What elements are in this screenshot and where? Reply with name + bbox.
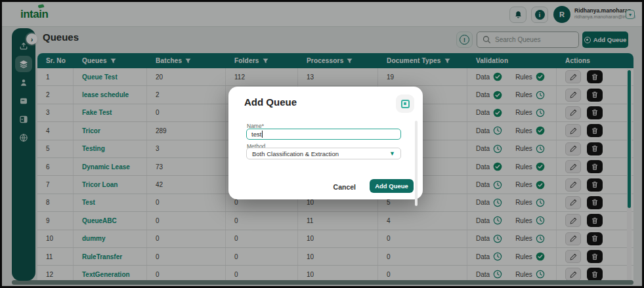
- queue-name-input[interactable]: test: [246, 129, 401, 140]
- text-cursor: [262, 131, 263, 138]
- app-window: intain i R Ridhanya.manoharan ridhanya.m…: [0, 0, 644, 288]
- method-select[interactable]: Both Classification & Extraction ▼: [246, 148, 401, 159]
- modal-title: Add Queue: [244, 96, 297, 108]
- modal-close-button[interactable]: [396, 94, 414, 113]
- queue-name-value: test: [251, 131, 261, 138]
- minimize-square-icon: [401, 100, 410, 108]
- modal-scrollbar-thumb[interactable]: [415, 121, 418, 206]
- dropdown-caret-icon: ▼: [389, 150, 395, 157]
- method-selected-value: Both Classification & Extraction: [252, 150, 339, 157]
- modal-add-queue-button[interactable]: Add Queue: [370, 179, 414, 193]
- add-queue-modal: Add Queue Name* test Method Both Classif…: [228, 87, 423, 199]
- cancel-button[interactable]: Cancel: [333, 183, 356, 191]
